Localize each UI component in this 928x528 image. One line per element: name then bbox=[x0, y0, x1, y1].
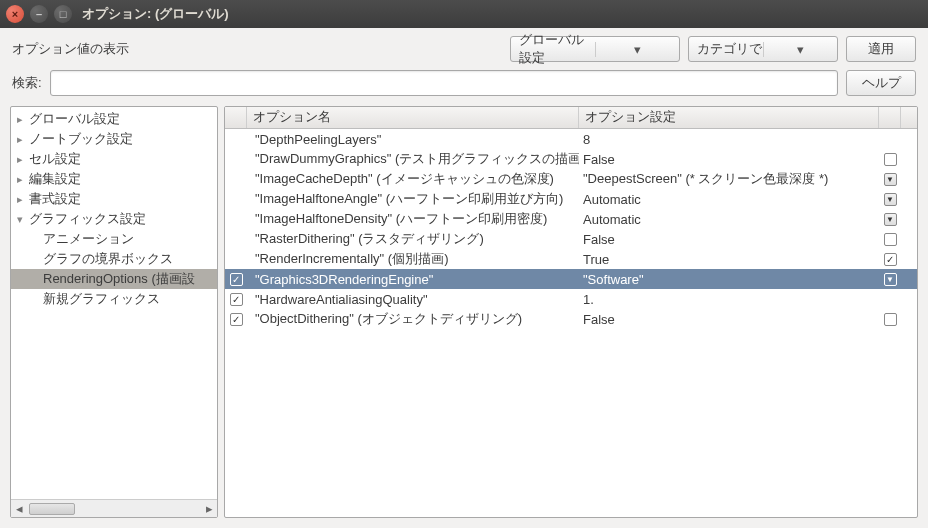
option-name: "ImageHalftoneDensity" (ハーフトーン印刷用密度) bbox=[247, 210, 579, 228]
scroll-thumb[interactable] bbox=[29, 503, 75, 515]
option-value[interactable]: 8 bbox=[579, 132, 879, 147]
grid-header-name[interactable]: オプション名 bbox=[247, 107, 579, 128]
option-row[interactable]: "ImageHalftoneAngle" (ハーフトーン印刷用並び方向)Auto… bbox=[225, 189, 917, 209]
option-control-cell bbox=[879, 153, 901, 166]
tree-item[interactable]: ▸編集設定 bbox=[11, 169, 217, 189]
tree-item[interactable]: アニメーション bbox=[11, 229, 217, 249]
option-control-cell bbox=[879, 193, 901, 206]
option-name: "ObjectDithering" (オブジェクトディザリング) bbox=[247, 310, 579, 328]
maximize-icon[interactable]: □ bbox=[54, 5, 72, 23]
option-row[interactable]: "DepthPeelingLayers"8 bbox=[225, 129, 917, 149]
option-name: "ImageCacheDepth" (イメージキャッシュの色深度) bbox=[247, 170, 579, 188]
help-button[interactable]: ヘルプ bbox=[846, 70, 916, 96]
tree[interactable]: ▸グローバル設定▸ノートブック設定▸セル設定▸編集設定▸書式設定▾グラフィックス… bbox=[11, 107, 217, 499]
search-label: 検索: bbox=[12, 74, 42, 92]
tree-expand-icon[interactable]: ▾ bbox=[13, 213, 27, 226]
option-row[interactable]: "ImageCacheDepth" (イメージキャッシュの色深度)"Deepes… bbox=[225, 169, 917, 189]
option-checkbox[interactable] bbox=[884, 153, 897, 166]
tree-item-label: ノートブック設定 bbox=[29, 130, 133, 148]
tree-expand-icon[interactable]: ▸ bbox=[13, 193, 27, 206]
tree-item[interactable]: ▸書式設定 bbox=[11, 189, 217, 209]
apply-button[interactable]: 適用 bbox=[846, 36, 916, 62]
row-leading-checkbox[interactable] bbox=[230, 293, 243, 306]
option-name: "ImageHalftoneAngle" (ハーフトーン印刷用並び方向) bbox=[247, 190, 579, 208]
tree-item[interactable]: ▸セル設定 bbox=[11, 149, 217, 169]
tree-hscrollbar[interactable]: ◂ ▸ bbox=[11, 499, 217, 517]
tree-item-label: グラフの境界ボックス bbox=[43, 250, 173, 268]
view-combo-value: カテゴリで bbox=[697, 40, 763, 58]
chevron-down-icon: ▾ bbox=[595, 42, 676, 57]
minimize-icon[interactable]: – bbox=[30, 5, 48, 23]
dropdown-icon[interactable] bbox=[884, 173, 897, 186]
grid-header-checkbox bbox=[225, 107, 247, 128]
scroll-left-icon[interactable]: ◂ bbox=[11, 501, 27, 516]
option-row[interactable]: "DrawDummyGraphics" (テスト用グラフィックスの描画)Fals… bbox=[225, 149, 917, 169]
view-combo[interactable]: カテゴリで ▾ bbox=[688, 36, 838, 62]
option-row[interactable]: "RenderIncrementally" (個別描画)True bbox=[225, 249, 917, 269]
tree-item-label: 編集設定 bbox=[29, 170, 81, 188]
option-value[interactable]: False bbox=[579, 312, 879, 327]
display-label: オプション値の表示 bbox=[12, 40, 129, 58]
scope-combo[interactable]: グローバル設定 ▾ bbox=[510, 36, 680, 62]
grid-body[interactable]: "DepthPeelingLayers"8"DrawDummyGraphics"… bbox=[225, 129, 917, 517]
tree-item-label: 書式設定 bbox=[29, 190, 81, 208]
row-leading-checkbox[interactable] bbox=[230, 273, 243, 286]
tree-item[interactable]: ▸グローバル設定 bbox=[11, 109, 217, 129]
option-row[interactable]: "ImageHalftoneDensity" (ハーフトーン印刷用密度)Auto… bbox=[225, 209, 917, 229]
option-value[interactable]: Automatic bbox=[579, 192, 879, 207]
option-value[interactable]: False bbox=[579, 232, 879, 247]
option-value[interactable]: True bbox=[579, 252, 879, 267]
body: ▸グローバル設定▸ノートブック設定▸セル設定▸編集設定▸書式設定▾グラフィックス… bbox=[0, 106, 928, 528]
option-row[interactable]: "RasterDithering" (ラスタディザリング)False bbox=[225, 229, 917, 249]
grid-header-scrollgap bbox=[901, 107, 917, 128]
tree-item-label: セル設定 bbox=[29, 150, 81, 168]
grid-header-value[interactable]: オプション設定 bbox=[579, 107, 879, 128]
row-leading-checkbox[interactable] bbox=[230, 313, 243, 326]
option-control-cell bbox=[879, 173, 901, 186]
option-value[interactable]: 1. bbox=[579, 292, 879, 307]
options-grid: オプション名 オプション設定 "DepthPeelingLayers"8"Dra… bbox=[224, 106, 918, 518]
option-value[interactable]: Automatic bbox=[579, 212, 879, 227]
tree-expand-icon[interactable]: ▸ bbox=[13, 173, 27, 186]
grid-header-control bbox=[879, 107, 901, 128]
option-name: "HardwareAntialiasingQuality" bbox=[247, 292, 579, 307]
option-name: "RasterDithering" (ラスタディザリング) bbox=[247, 230, 579, 248]
tree-item[interactable]: 新規グラフィックス bbox=[11, 289, 217, 309]
row-leading-checkbox-cell bbox=[225, 313, 247, 326]
titlebar: × – □ オプション: (グローバル) bbox=[0, 0, 928, 28]
grid-header: オプション名 オプション設定 bbox=[225, 107, 917, 129]
scroll-right-icon[interactable]: ▸ bbox=[201, 501, 217, 516]
search-input[interactable] bbox=[50, 70, 838, 96]
tree-expand-icon[interactable]: ▸ bbox=[13, 133, 27, 146]
option-row[interactable]: "HardwareAntialiasingQuality"1. bbox=[225, 289, 917, 309]
option-value[interactable]: "Software" bbox=[579, 272, 879, 287]
option-checkbox[interactable] bbox=[884, 253, 897, 266]
tree-panel: ▸グローバル設定▸ノートブック設定▸セル設定▸編集設定▸書式設定▾グラフィックス… bbox=[10, 106, 218, 518]
option-checkbox[interactable] bbox=[884, 313, 897, 326]
option-name: "Graphics3DRenderingEngine" bbox=[247, 272, 579, 287]
scope-combo-value: グローバル設定 bbox=[519, 31, 595, 67]
tree-item[interactable]: ▸ノートブック設定 bbox=[11, 129, 217, 149]
tree-item-label: アニメーション bbox=[43, 230, 134, 248]
tree-expand-icon[interactable]: ▸ bbox=[13, 113, 27, 126]
option-row[interactable]: "Graphics3DRenderingEngine""Software" bbox=[225, 269, 917, 289]
option-row[interactable]: "ObjectDithering" (オブジェクトディザリング)False bbox=[225, 309, 917, 329]
tree-item[interactable]: グラフの境界ボックス bbox=[11, 249, 217, 269]
dropdown-icon[interactable] bbox=[884, 273, 897, 286]
tree-expand-icon[interactable]: ▸ bbox=[13, 153, 27, 166]
option-checkbox[interactable] bbox=[884, 233, 897, 246]
search-row: 検索: ヘルプ bbox=[0, 66, 928, 106]
option-control-cell bbox=[879, 233, 901, 246]
dropdown-icon[interactable] bbox=[884, 193, 897, 206]
toolbar: オプション値の表示 グローバル設定 ▾ カテゴリで ▾ 適用 bbox=[0, 28, 928, 66]
option-value[interactable]: "DeepestScreen" (* スクリーン色最深度 *) bbox=[579, 170, 879, 188]
tree-item-label: グラフィックス設定 bbox=[29, 210, 146, 228]
dropdown-icon[interactable] bbox=[884, 213, 897, 226]
close-icon[interactable]: × bbox=[6, 5, 24, 23]
option-name: "DepthPeelingLayers" bbox=[247, 132, 579, 147]
option-name: "RenderIncrementally" (個別描画) bbox=[247, 250, 579, 268]
chevron-down-icon: ▾ bbox=[763, 42, 834, 57]
tree-item[interactable]: ▾グラフィックス設定 bbox=[11, 209, 217, 229]
option-value[interactable]: False bbox=[579, 152, 879, 167]
tree-item[interactable]: RenderingOptions (描画設 bbox=[11, 269, 217, 289]
